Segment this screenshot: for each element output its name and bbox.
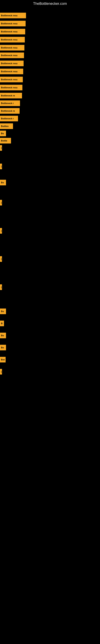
bar-item-4: Bottleneck resu (0, 37, 25, 42)
bar-item-27: Bo (0, 333, 6, 338)
bar-item-29: Bot (0, 357, 6, 362)
bar-label-19: | (0, 164, 2, 169)
bar-item-21: | (0, 200, 2, 206)
bar-item-26: B (0, 320, 4, 326)
bar-label-28: Bo (0, 345, 6, 350)
bar-label-17: Bottle (0, 138, 11, 144)
bar-item-14: Bottleneck r (0, 116, 18, 121)
bar-label-11: Bottleneck re (0, 93, 22, 98)
bar-label-24: | (0, 284, 2, 290)
bar-label-13: Bottleneck re (0, 108, 20, 114)
bar-label-5: Bottleneck resu (0, 45, 24, 50)
bar-label-18: | (0, 145, 2, 151)
bar-label-25: Bo (0, 308, 6, 314)
bar-label-1: Bottleneck resu (0, 13, 26, 18)
bar-label-20: Bo (0, 180, 6, 185)
bar-item-11: Bottleneck re (0, 93, 22, 98)
bar-label-21: | (0, 200, 2, 206)
bar-item-17: Bottle (0, 138, 11, 144)
site-title: TheBottlenecker.com (0, 0, 100, 7)
bar-item-1: Bottleneck resu (0, 13, 26, 18)
bar-item-24: | (0, 284, 2, 290)
bar-label-23: | (0, 256, 2, 262)
bar-label-29: Bot (0, 357, 6, 362)
bar-item-2: Bottleneck resu (0, 21, 26, 26)
bar-item-22: | (0, 228, 2, 234)
bar-item-25: Bo (0, 308, 6, 314)
bar-item-7: Bottleneck resu (0, 60, 24, 66)
bar-item-10: Bottleneck resu (0, 85, 22, 90)
bar-label-26: B (0, 320, 4, 326)
bar-label-8: Bottleneck resu (0, 69, 23, 74)
bar-label-15: Bottlen (0, 123, 13, 129)
bar-item-8: Bottleneck resu (0, 69, 23, 74)
bar-item-5: Bottleneck resu (0, 45, 24, 50)
bar-item-16: Bo (0, 130, 6, 136)
bar-label-16: Bo (0, 130, 6, 136)
bar-item-28: Bo (0, 345, 6, 350)
bar-item-20: Bo (0, 180, 6, 185)
bar-item-3: Bottleneck resu (0, 29, 25, 34)
bar-item-6: Bottleneck resu (0, 52, 24, 58)
bar-label-27: Bo (0, 333, 6, 338)
bar-item-12: Bottleneck r (0, 100, 20, 106)
bar-item-30: | (0, 369, 2, 374)
bar-label-30: | (0, 369, 2, 374)
bar-label-7: Bottleneck resu (0, 60, 24, 66)
bar-label-6: Bottleneck resu (0, 52, 24, 58)
bar-label-14: Bottleneck r (0, 116, 18, 121)
bar-item-15: Bottlen (0, 123, 13, 129)
bar-label-12: Bottleneck r (0, 100, 20, 106)
bar-item-18: | (0, 145, 2, 151)
bar-label-9: Bottleneck resu (0, 77, 23, 82)
bar-label-3: Bottleneck resu (0, 29, 25, 34)
bar-item-13: Bottleneck re (0, 108, 20, 114)
bar-item-19: | (0, 164, 2, 169)
bar-label-2: Bottleneck resu (0, 21, 26, 26)
bar-label-4: Bottleneck resu (0, 37, 25, 42)
bar-item-9: Bottleneck resu (0, 77, 23, 82)
bar-item-23: | (0, 256, 2, 262)
bar-label-10: Bottleneck resu (0, 85, 22, 90)
bar-label-22: | (0, 228, 2, 234)
